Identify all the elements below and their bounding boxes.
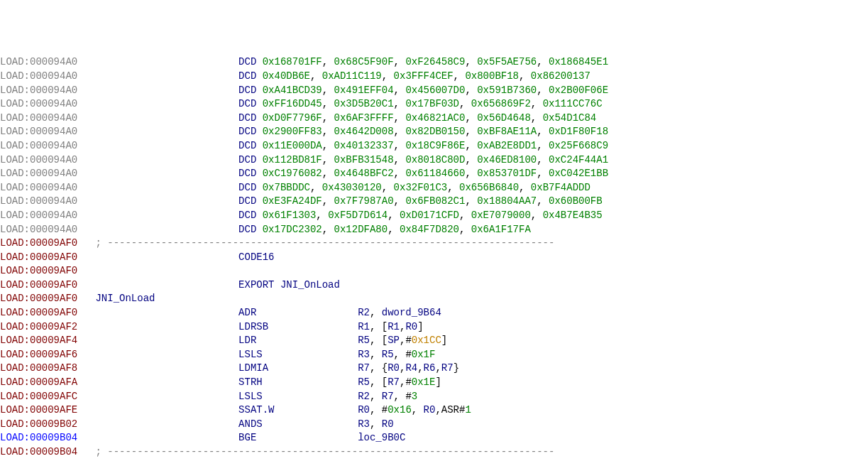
operand-token: 0x456007D0 [405,85,465,96]
operand-token: 0x61184660 [405,168,465,179]
operand-token: , [322,154,334,166]
operand-token: R4 [405,362,417,374]
mnemonic: DCD [238,112,256,124]
address: 000094A0 [30,140,77,151]
operand-token: , [388,224,400,235]
disasm-line[interactable]: LOAD:000094A0 DCD 0x168701FF, 0x68C5F90F… [0,55,868,70]
operand-token: 0xFF16DD45 [263,98,322,109]
operand-token: 0x68C5F90F [334,56,394,67]
disassembly-listing: LOAD:000094A0 DCD 0x168701FF, 0x68C5F90F… [0,55,868,459]
operand-token: R1 [358,321,370,332]
operand-token: R2 [358,391,370,402]
disasm-line[interactable]: LOAD:000094A0 DCD 0x17DC2302, 0x12DFA80,… [0,223,868,237]
operand-token: , [370,418,382,430]
disasm-line[interactable]: LOAD:000094A0 DCD 0xD0F7796F, 0x6AF3FFFF… [0,112,868,126]
operand-token: , [370,376,382,388]
segment-prefix: LOAD: [0,446,30,457]
operand-token: [ [382,321,388,332]
disasm-line[interactable]: LOAD:00009AFA STRH R5, [R7,#0x1E] [0,376,868,390]
operand-token: # [405,349,411,360]
operand-token: 0x61F1303 [263,210,317,221]
operand-token: , [394,168,406,179]
disasm-line[interactable]: LOAD:00009AF2 LDRSB R1, [R1,R0] [0,320,868,335]
operand-token: , [322,195,334,207]
operand-token: 0x7F7987A0 [334,195,394,207]
disasm-line[interactable]: LOAD:00009AF8 LDMIA R7, {R0,R4,R6,R7} [0,362,868,376]
disasm-line[interactable]: LOAD:00009AF4 LDR R5, [SP,#0x1CC] [0,334,868,348]
disasm-line[interactable]: LOAD:00009AF0 EXPORT JNI_OnLoad [0,278,868,293]
disasm-line[interactable]: LOAD:000094A0 DCD 0x112BD81F, 0xBFB31548… [0,153,868,168]
disasm-line[interactable]: LOAD:000094A0 DCD 0x40DB6E, 0xAD11C119, … [0,70,868,84]
disasm-line[interactable]: LOAD:000094A0 DCD 0xFF16DD45, 0x3D5B20C1… [0,97,868,112]
operand-token: , [465,168,477,179]
operand-token: 0xC1976082 [263,168,322,179]
operand-token: R5 [358,335,370,346]
segment-prefix: LOAD: [0,432,30,443]
operand-token: 0xA41BCD39 [263,85,322,96]
disasm-line[interactable]: LOAD:00009B04 ; ------------------------… [0,445,868,460]
operand-token: # [405,335,411,346]
operand-token: ] [435,376,441,388]
segment-prefix: LOAD: [0,112,30,124]
segment-prefix: LOAD: [0,85,30,96]
operand-token: 0x60B00FB [549,195,603,207]
address: 000094A0 [30,112,77,124]
disasm-line[interactable]: LOAD:00009AF0 [0,264,868,278]
operand-token: 0x7BBDDC [263,182,310,193]
operand-token: R7 [388,376,400,388]
operand-token: 0x112BD81F [263,154,322,166]
disasm-line[interactable]: LOAD:00009B02 ANDS R3, R0 [0,418,868,432]
operand-token: , [394,154,406,166]
operand-token: 0x84F7D820 [400,224,459,235]
address: 00009AF0 [30,279,77,291]
disasm-line[interactable]: LOAD:00009AF0 ; ------------------------… [0,237,868,251]
disasm-line[interactable]: LOAD:00009AF6 LSLS R3, R5, #0x1F [0,348,868,362]
address: 000094A0 [30,85,77,96]
operand-token: 0xF5D7D614 [328,210,388,221]
operand-token: , [370,307,382,318]
mnemonic: DCD [238,195,256,207]
disasm-line[interactable]: LOAD:000094A0 DCD 0xC1976082, 0x4648BFC2… [0,167,868,181]
segment-prefix: LOAD: [0,307,30,318]
segment-prefix: LOAD: [0,154,30,166]
disasm-line[interactable]: LOAD:000094A0 DCD 0xA41BCD39, 0x491EFF04… [0,84,868,98]
mnemonic: DCD [238,70,256,82]
disasm-line[interactable]: LOAD:00009AF0 ADR R2, dword_9B64 [0,306,868,320]
operand-token: ] [441,335,447,346]
operand-token: R2 [358,307,370,318]
disasm-line[interactable]: LOAD:000094A0 DCD 0x61F1303, 0xF5D7D614,… [0,209,868,223]
operand-token: , [370,391,382,402]
address: 000094A0 [30,210,77,221]
operand-token: 0x656B6840 [459,182,519,193]
operand-token: , [412,404,424,416]
mnemonic: LSLS [238,349,263,360]
disasm-line[interactable]: LOAD:000094A0 DCD 0x7BBDDC, 0x43030120, … [0,181,868,195]
operand-token: , [394,391,406,402]
disasm-line[interactable]: LOAD:00009AFE SSAT.W R0, #0x16, R0,ASR#1 [0,403,868,418]
address: 000094A0 [30,56,77,67]
operand-token: 0xD1F80F18 [549,126,608,137]
address: 00009B02 [30,418,77,430]
disasm-line[interactable]: LOAD:00009AFC LSLS R2, R7, #3 [0,390,868,404]
operand-token: , [465,154,477,166]
segment-prefix: LOAD: [0,265,30,276]
operand-token: 0x25F668C9 [549,140,608,151]
operand-token: , [465,140,477,151]
operand-token: 0xB7F4ADDD [531,182,590,193]
segment-prefix: LOAD: [0,210,30,221]
operand-token: 0x54D1C84 [543,112,597,124]
segment-prefix: LOAD: [0,168,30,179]
disasm-line[interactable]: LOAD:00009AF0 CODE16 [0,251,868,265]
disasm-line[interactable]: LOAD:000094A0 DCD 0xE3FA24DF, 0x7F7987A0… [0,195,868,209]
segment-prefix: LOAD: [0,362,30,374]
disasm-line[interactable]: LOAD:000094A0 DCD 0x2900FF83, 0x4642D008… [0,125,868,139]
operand-token: , [537,85,549,96]
disasm-line[interactable]: LOAD:00009B04 BGE loc_9B0C [0,431,868,445]
operand-token: 0x43030120 [322,182,382,193]
disasm-line[interactable]: LOAD:00009AF0 JNI_OnLoad [0,292,868,306]
address: 00009AFA [30,376,77,388]
disasm-line[interactable]: LOAD:000094A0 DCD 0x11E000DA, 0x40132337… [0,139,868,153]
segment-prefix: LOAD: [0,98,30,109]
operand-token: , [388,210,400,221]
segment-prefix: LOAD: [0,293,30,304]
